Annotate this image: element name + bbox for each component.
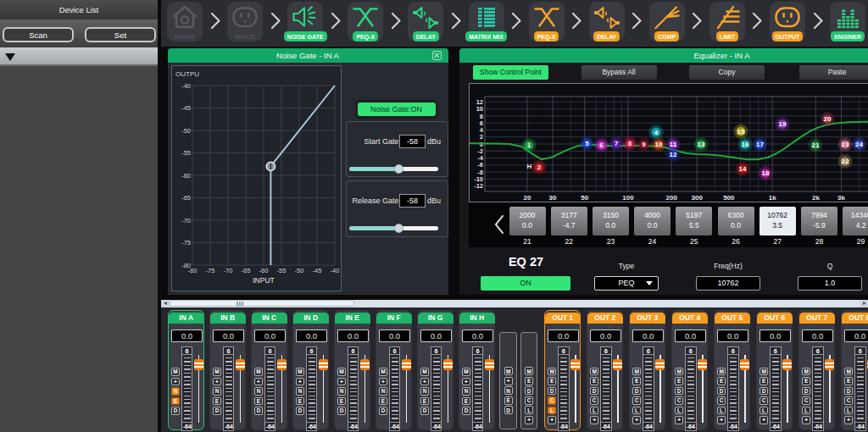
- svg-text:9: 9: [642, 141, 646, 148]
- svg-text:4: 4: [654, 128, 659, 136]
- svg-text:1: 1: [527, 141, 531, 149]
- svg-text:-80: -80: [188, 267, 198, 274]
- svg-text:-75: -75: [206, 267, 215, 274]
- svg-text:23: 23: [842, 141, 849, 148]
- svg-text:8: 8: [628, 140, 632, 147]
- svg-text:30: 30: [549, 193, 557, 201]
- svg-text:-60: -60: [259, 267, 269, 274]
- svg-text:-65: -65: [242, 267, 251, 274]
- svg-text:7: 7: [615, 140, 619, 147]
- svg-text:OUTPU: OUTPU: [175, 70, 199, 78]
- svg-text:500: 500: [723, 193, 735, 201]
- svg-text:2: 2: [537, 163, 542, 171]
- svg-text:12: 12: [670, 151, 677, 158]
- svg-text:2k: 2k: [812, 193, 820, 201]
- svg-text:-55: -55: [181, 149, 191, 157]
- svg-text:20: 20: [824, 115, 832, 123]
- svg-text:-50: -50: [295, 267, 304, 274]
- svg-text:-40: -40: [331, 267, 340, 274]
- svg-text:-45: -45: [181, 104, 191, 112]
- svg-text:14: 14: [739, 165, 747, 173]
- svg-text:24: 24: [855, 141, 863, 148]
- svg-text:200: 200: [666, 193, 678, 201]
- svg-text:50: 50: [581, 193, 588, 201]
- svg-text:100: 100: [622, 193, 634, 201]
- svg-text:-70: -70: [181, 217, 191, 224]
- svg-text:21: 21: [812, 141, 820, 149]
- svg-text:-75: -75: [181, 239, 191, 246]
- svg-text:6: 6: [599, 141, 604, 149]
- svg-text:-12: -12: [474, 182, 483, 190]
- svg-text:-40: -40: [181, 82, 191, 90]
- svg-text:-70: -70: [224, 267, 233, 274]
- svg-text:10: 10: [655, 141, 663, 148]
- svg-text:-55: -55: [277, 267, 287, 274]
- svg-text:11: 11: [670, 141, 677, 148]
- svg-text:13: 13: [698, 141, 705, 148]
- svg-text:20: 20: [524, 193, 531, 201]
- svg-text:18: 18: [762, 169, 770, 177]
- svg-text:-65: -65: [181, 194, 191, 202]
- svg-text:17: 17: [756, 141, 764, 148]
- svg-text:-60: -60: [181, 172, 191, 180]
- svg-text:-50: -50: [181, 127, 191, 135]
- svg-text:INPUT: INPUT: [253, 276, 275, 285]
- svg-text:22: 22: [842, 158, 849, 165]
- svg-text:16: 16: [742, 141, 749, 148]
- svg-text:3k: 3k: [837, 193, 845, 201]
- svg-text:1k: 1k: [769, 193, 776, 201]
- svg-text:H: H: [527, 163, 532, 170]
- svg-text:-45: -45: [313, 267, 322, 274]
- svg-text:300: 300: [692, 193, 704, 201]
- svg-text:19: 19: [779, 120, 787, 128]
- svg-text:5: 5: [585, 140, 589, 147]
- svg-text:15: 15: [737, 127, 745, 135]
